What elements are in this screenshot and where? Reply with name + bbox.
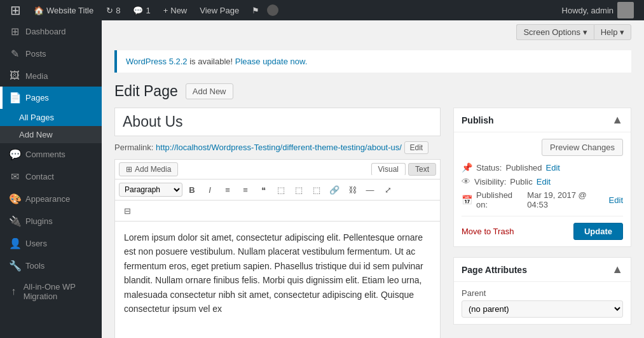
publish-box-header[interactable]: Publish ▲: [454, 108, 631, 132]
calendar-icon: 📅: [462, 195, 472, 205]
status-icon: 📌: [462, 162, 472, 173]
sidebar-item-posts[interactable]: ✎ Posts: [0, 43, 102, 65]
updates-menu[interactable]: ↻ 8: [101, 0, 125, 20]
visibility-edit-link[interactable]: Edit: [537, 177, 551, 187]
page-attributes-box: Page Attributes ▲ Parent (no parent): [453, 257, 631, 325]
add-media-button[interactable]: ⊞ Add Media: [119, 162, 178, 176]
publish-box: Publish ▲ Preview Changes 📌 Status: Publ…: [453, 108, 631, 247]
screen-options-bar: Screen Options ▾ Help ▾: [102, 20, 644, 44]
insert-link-button[interactable]: 🔗: [326, 182, 343, 197]
remove-link-button[interactable]: ⛓: [344, 182, 360, 197]
sidebar-item-pages[interactable]: 📄 Pages: [0, 87, 102, 109]
editor-body[interactable]: Lorem ipsum dolor sit amet, consectetur …: [114, 221, 441, 338]
plugins-icon: 🔌: [9, 215, 20, 227]
site-name-menu[interactable]: 🏠 Website Title: [29, 0, 99, 20]
editor-area: Permalink: http://localhost/Wordpress-Te…: [114, 108, 441, 338]
comments-menu[interactable]: 💬 1: [128, 0, 155, 20]
content-columns: Permalink: http://localhost/Wordpress-Te…: [114, 108, 631, 338]
help-button[interactable]: Help ▾: [594, 24, 631, 40]
sidebar-item-appearance[interactable]: 🎨 Appearance: [0, 188, 102, 210]
admin-sidebar: ⊞ Dashboard ✎ Posts 🖼 Media 📄 Pages All …: [0, 20, 102, 338]
new-content-menu[interactable]: + New: [158, 0, 193, 20]
page-heading: Edit Page: [114, 83, 178, 100]
move-to-trash-link[interactable]: Move to Trash: [462, 227, 514, 236]
page-attributes-toggle[interactable]: ▲: [612, 263, 623, 276]
migration-icon: ↑: [9, 286, 18, 297]
align-left-button[interactable]: ⬚: [273, 182, 289, 197]
update-notice: WordPress 5.2.2 is available! Please upd…: [114, 50, 631, 73]
sidebar-item-plugins[interactable]: 🔌 Plugins: [0, 210, 102, 232]
sidebar-item-comments[interactable]: 💬 Comments: [0, 143, 102, 165]
editor-main-toolbar: ⊞ Add Media Visual Text: [114, 159, 441, 179]
published-edit-link[interactable]: Edit: [609, 195, 623, 205]
dashboard-icon: ⊞: [9, 25, 20, 38]
align-center-button[interactable]: ⬚: [291, 182, 307, 197]
sidebar-item-media[interactable]: 🖼 Media: [0, 65, 102, 87]
page-attributes-title: Page Attributes: [462, 265, 527, 275]
sidebar-item-all-in-one[interactable]: ↑ All-in-One WP Migration: [0, 277, 102, 306]
add-new-button[interactable]: Add New: [186, 83, 233, 99]
publish-box-title: Publish: [462, 115, 494, 125]
user-menu[interactable]: Howdy, admin: [557, 2, 639, 18]
right-sidebar: Publish ▲ Preview Changes 📌 Status: Publ…: [453, 108, 631, 335]
status-circle: [267, 4, 278, 16]
more-tag-button[interactable]: —: [362, 182, 378, 197]
view-page-link[interactable]: View Page: [195, 0, 244, 20]
preview-changes-button[interactable]: Preview Changes: [542, 139, 623, 156]
tools-icon: 🔧: [9, 260, 20, 272]
paragraph-format-select[interactable]: Paragraph Heading 1 Heading 2 Heading 3 …: [119, 183, 182, 197]
admin-bar: ⊞ 🏠 Website Title ↻ 8 💬 1 + New View Pag…: [0, 0, 644, 20]
main-content: Screen Options ▾ Help ▾ WordPress 5.2.2 …: [102, 20, 644, 338]
sidebar-item-contact[interactable]: ✉ Contact: [0, 165, 102, 188]
appearance-icon: 🎨: [9, 193, 20, 205]
bold-button[interactable]: B: [184, 182, 200, 197]
plus-icon: +: [163, 6, 168, 15]
permalink-link[interactable]: http://localhost/Wordpress-Testing/diffe…: [156, 143, 402, 152]
kitchen-sink-button[interactable]: ⊟: [119, 203, 135, 218]
blockquote-button[interactable]: ❝: [255, 182, 271, 197]
align-right-button[interactable]: ⬚: [308, 182, 325, 197]
sidebar-item-all-pages[interactable]: All Pages: [0, 109, 102, 126]
update-link[interactable]: Please update now.: [235, 57, 307, 66]
sidebar-item-users[interactable]: 👤 Users: [0, 232, 102, 255]
publish-box-body: Preview Changes 📌 Status: Published Edit…: [454, 132, 631, 246]
visibility-icon: 👁: [462, 176, 470, 187]
sidebar-item-add-new-page[interactable]: Add New: [0, 126, 102, 143]
unordered-list-button[interactable]: ≡: [219, 182, 236, 197]
avatar: [617, 2, 634, 18]
italic-button[interactable]: I: [202, 182, 218, 197]
home-icon: 🏠: [34, 6, 44, 15]
sidebar-item-tools[interactable]: 🔧 Tools: [0, 255, 102, 277]
update-button[interactable]: Update: [573, 223, 623, 240]
text-tab[interactable]: Text: [408, 163, 436, 176]
updates-icon: ↻: [106, 6, 113, 15]
page-attributes-body: Parent (no parent): [454, 282, 631, 324]
page-title-area: Edit Page Add New: [114, 83, 631, 100]
visual-tab[interactable]: Visual: [371, 163, 406, 176]
sidebar-item-dashboard[interactable]: ⊞ Dashboard: [0, 20, 102, 43]
permalink-row: Permalink: http://localhost/Wordpress-Te…: [114, 141, 441, 154]
publish-actions: Move to Trash Update: [462, 216, 623, 240]
parent-label: Parent: [462, 288, 623, 298]
format-toolbar: Paragraph Heading 1 Heading 2 Heading 3 …: [114, 179, 441, 200]
media-icon: 🖼: [9, 70, 20, 81]
version-link[interactable]: WordPress 5.2.2: [126, 57, 188, 66]
users-icon: 👤: [9, 237, 20, 250]
comments-menu-icon: 💬: [9, 148, 20, 160]
wp-flag-icon[interactable]: ⚑: [247, 0, 264, 20]
page-title-input[interactable]: [114, 108, 441, 136]
ordered-list-button[interactable]: ≡: [237, 182, 254, 197]
screen-options-button[interactable]: Screen Options ▾: [516, 24, 593, 40]
extra-toolbar: ⊟: [114, 200, 441, 221]
wp-logo[interactable]: ⊞: [5, 3, 26, 18]
publish-box-toggle[interactable]: ▲: [612, 113, 623, 127]
fullscreen-button[interactable]: ⤢: [380, 182, 396, 197]
page-attributes-header[interactable]: Page Attributes ▲: [454, 258, 631, 282]
status-row: 📌 Status: Published Edit: [462, 162, 623, 173]
parent-select[interactable]: (no parent): [462, 300, 623, 318]
comments-icon: 💬: [133, 6, 143, 15]
status-edit-link[interactable]: Edit: [546, 163, 560, 173]
visibility-row: 👁 Visibility: Public Edit: [462, 176, 623, 187]
posts-icon: ✎: [9, 48, 20, 60]
permalink-edit-button[interactable]: Edit: [404, 141, 429, 154]
